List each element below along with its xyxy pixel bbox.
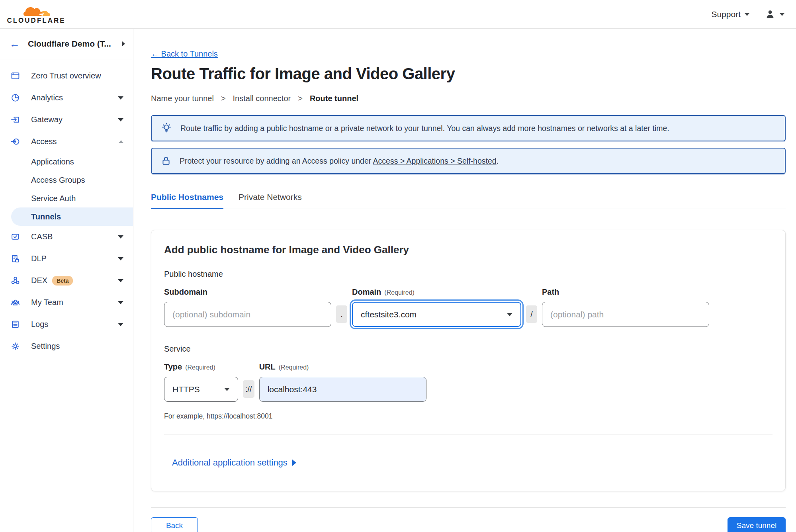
access-applications-self-hosted-link[interactable]: Access > Applications > Self-hosted — [373, 156, 497, 165]
additional-settings-label: Additional application settings — [172, 458, 287, 468]
chevron-down-icon — [118, 323, 123, 326]
chevron-right-icon — [122, 41, 125, 47]
sidebar-subitem-label: Tunnels — [31, 212, 61, 221]
support-menu[interactable]: Support — [711, 10, 750, 19]
sidebar-item-applications[interactable]: Applications — [0, 153, 133, 171]
sidebar-item-dex[interactable]: DEX Beta — [0, 270, 133, 291]
tab-public-hostnames[interactable]: Public Hostnames — [151, 192, 223, 209]
footer-actions: Back Save tunnel — [151, 517, 786, 532]
url-required-hint: (Required) — [279, 364, 309, 371]
access-icon — [10, 137, 20, 147]
dex-icon — [10, 276, 20, 286]
sidebar-item-dlp[interactable]: DLP — [0, 248, 133, 270]
public-hostname-card: Add public hostname for Image and Video … — [151, 230, 786, 491]
sidebar-item-label: DLP — [31, 254, 118, 263]
domain-label-text: Domain — [352, 288, 381, 296]
chevron-down-icon — [118, 118, 123, 121]
hostname-field-row: Subdomain . Domain(Required) cftestsite3… — [164, 288, 773, 327]
sidebar-item-label: Logs — [31, 320, 118, 329]
back-to-tunnels-link[interactable]: ← Back to Tunnels — [151, 49, 218, 59]
sidebar-item-label: CASB — [31, 232, 118, 241]
sidebar-item-tunnels[interactable]: Tunnels — [11, 207, 133, 226]
sidebar-subitem-label: Applications — [31, 157, 74, 166]
support-label: Support — [711, 10, 741, 19]
info-banner-text: Route traffic by adding a public hostnam… — [180, 124, 669, 133]
path-label: Path — [542, 288, 709, 297]
chevron-right-icon — [292, 460, 296, 466]
chevron-down-icon — [224, 388, 230, 391]
brand-wordmark: CLOUDFLARE — [7, 17, 65, 25]
sidebar-item-label: DEX — [31, 276, 47, 285]
beta-badge: Beta — [52, 276, 73, 286]
slash-separator: / — [526, 305, 537, 323]
gear-icon — [10, 342, 20, 351]
type-label: Type(Required) — [164, 362, 238, 372]
sidebar-item-settings[interactable]: Settings — [0, 335, 133, 357]
public-hostname-section-label: Public hostname — [164, 270, 773, 279]
chevron-down-icon — [118, 301, 123, 304]
tabs: Public Hostnames Private Networks — [151, 192, 786, 209]
breadcrumb-step-install-connector[interactable]: Install connector — [233, 94, 291, 103]
cloudflare-cloud-icon — [22, 4, 51, 18]
sidebar-item-label: Gateway — [31, 115, 118, 124]
service-type-select[interactable]: HTTPS — [164, 377, 238, 402]
chevron-up-icon — [119, 140, 123, 143]
footer-divider — [151, 507, 786, 508]
account-switcher[interactable]: ← Cloudflare Demo (T... — [0, 29, 133, 59]
sidebar-item-service-auth[interactable]: Service Auth — [0, 189, 133, 207]
sidebar-item-gateway[interactable]: Gateway — [0, 109, 133, 131]
sidebar-item-label: Analytics — [31, 93, 118, 102]
breadcrumb-step-name-tunnel[interactable]: Name your tunnel — [151, 94, 214, 103]
domain-label: Domain(Required) — [352, 288, 521, 297]
domain-select[interactable]: cftestsite3.com — [352, 302, 521, 327]
url-example-text: For example, https://localhost:8001 — [164, 412, 773, 421]
user-icon — [765, 9, 775, 20]
sidebar-item-label: Zero Trust overview — [31, 71, 123, 80]
additional-settings-toggle[interactable]: Additional application settings — [172, 458, 296, 468]
subdomain-input[interactable] — [164, 302, 331, 327]
user-menu[interactable] — [765, 9, 785, 20]
sidebar-item-zero-trust-overview[interactable]: Zero Trust overview — [0, 65, 133, 87]
protect-banner-prefix: Protect your resource by adding an Acces… — [180, 156, 373, 165]
dot-separator: . — [336, 305, 347, 323]
type-required-hint: (Required) — [185, 364, 215, 371]
breadcrumb-separator: > — [221, 94, 226, 103]
domain-select-value: cftestsite3.com — [361, 310, 417, 319]
url-label: URL(Required) — [259, 362, 426, 372]
sidebar-subitem-label: Service Auth — [31, 194, 76, 203]
lock-icon — [160, 155, 172, 166]
sidebar-divider — [0, 363, 133, 363]
dlp-icon — [10, 254, 20, 264]
page-title: Route Traffic for Image and Video Galler… — [151, 65, 786, 83]
info-banner: Route traffic by adding a public hostnam… — [151, 115, 786, 141]
service-section-label: Service — [164, 344, 773, 354]
tab-private-networks[interactable]: Private Networks — [239, 192, 302, 209]
sidebar-subitem-label: Access Groups — [31, 176, 85, 185]
sidebar-item-label: Access — [31, 137, 119, 146]
url-input[interactable] — [259, 377, 426, 402]
sidebar-item-access-groups[interactable]: Access Groups — [0, 171, 133, 189]
subdomain-label: Subdomain — [164, 288, 331, 297]
card-divider — [164, 434, 773, 434]
sidebar-item-casb[interactable]: CASB — [0, 226, 133, 248]
chevron-down-icon — [507, 313, 512, 316]
breadcrumb: Name your tunnel > Install connector > R… — [151, 94, 786, 103]
back-button[interactable]: Back — [151, 517, 198, 532]
breadcrumb-step-route-tunnel: Route tunnel — [310, 94, 358, 103]
sidebar-nav: Zero Trust overview Analytics Gateway Ac… — [0, 59, 133, 363]
sidebar-item-logs[interactable]: Logs — [0, 313, 133, 335]
back-arrow-icon[interactable]: ← — [10, 39, 20, 49]
save-tunnel-button[interactable]: Save tunnel — [728, 517, 786, 532]
chevron-down-icon — [118, 257, 123, 260]
protect-banner: Protect your resource by adding an Acces… — [151, 148, 786, 174]
service-field-row: Type(Required) HTTPS :// URL(Required) — [164, 362, 773, 402]
sidebar-item-my-team[interactable]: My Team — [0, 291, 133, 313]
chevron-down-icon — [118, 96, 123, 100]
sidebar-item-analytics[interactable]: Analytics — [0, 87, 133, 109]
sidebar-item-access[interactable]: Access — [0, 131, 133, 153]
sidebar: ← Cloudflare Demo (T... Zero Trust overv… — [0, 29, 133, 532]
path-input[interactable] — [542, 302, 709, 327]
chevron-down-icon — [744, 13, 750, 16]
chevron-down-icon — [118, 279, 123, 282]
domain-required-hint: (Required) — [384, 289, 415, 296]
